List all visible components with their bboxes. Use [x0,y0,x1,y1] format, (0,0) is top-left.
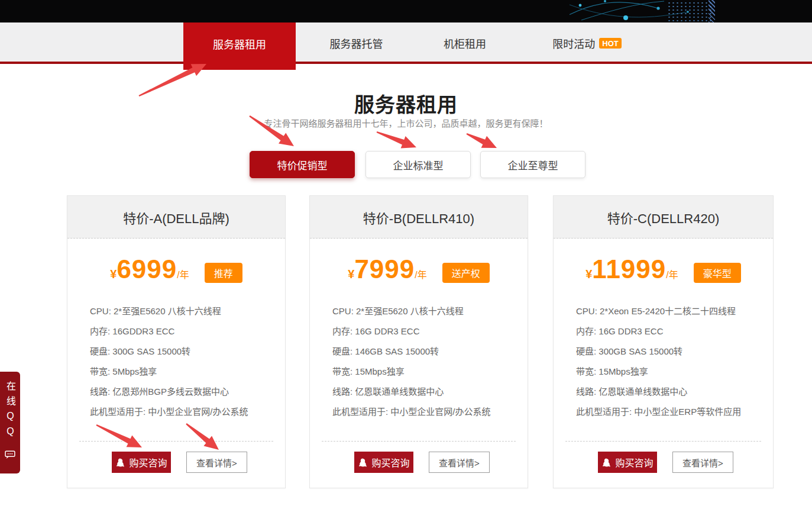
page-subtitle: 专注骨干网络服务器租用十七年，上市公司，品质卓越，服务更有保障！ [0,117,812,129]
card-title: 特价-C(DELLR420) [554,196,773,239]
price-badge: 推荐 [205,263,242,283]
price-row: ¥ 6999 /年 推荐 [67,256,285,289]
spec-cpu: CPU: 2*Xeon E5-2420十二核二十四线程 [576,301,764,321]
pricing-card: 特价-C(DELLR420) ¥ 11999 /年 豪华型 CPU: 2*Xeo… [553,195,774,488]
view-details-button[interactable]: 查看详情> [429,452,490,473]
tab-limited-time-events[interactable]: 限时活动 HOT [535,22,639,64]
spec-list: CPU: 2*至强E5620 八核十六线程 内存: 16G DDR3 ECC 硬… [332,301,518,422]
buy-consult-button[interactable]: 购买咨询 [112,452,171,473]
spec-list: CPU: 2*Xeon E5-2420十二核二十四线程 内存: 16G DDR3… [576,301,764,422]
online-qq-label: 在线QQ [5,381,15,442]
tab-label: 机柜租用 [444,36,486,51]
qq-penguin-icon [115,458,125,468]
buy-button-label: 购买咨询 [129,455,167,469]
divider [565,441,761,442]
spec-usage: 此机型适用于: 中小型企业官网/办公系统 [90,402,276,422]
spec-disk: 硬盘: 146GB SAS 15000转 [332,342,518,362]
hatch-stripe [709,0,715,22]
price-unit: /年 [415,267,426,281]
price-unit: /年 [666,267,678,281]
spec-bandwidth: 带宽: 15Mbps独享 [332,362,518,382]
spec-disk: 硬盘: 300G SAS 15000转 [90,342,276,362]
top-banner [0,0,812,22]
page: 服务器租用 服务器托管 机柜租用 限时活动 HOT 服务器租用 专注骨干网络服务… [0,0,812,509]
qq-penguin-icon [601,458,612,468]
spec-disk: 硬盘: 300GB SAS 15000转 [576,342,764,362]
chat-bubble-icon [4,449,16,460]
spec-list: CPU: 2*至强E5620 八核十六线程 内存: 16GDDR3 ECC 硬盘… [90,301,276,422]
buy-consult-button[interactable]: 购买咨询 [598,452,657,473]
spec-memory: 内存: 16G DDR3 ECC [332,321,518,342]
view-details-button[interactable]: 查看详情> [186,452,247,473]
divider [79,441,273,442]
spec-cpu: CPU: 2*至强E5620 八核十六线程 [332,301,518,321]
dot-pattern [667,1,713,21]
main-nav: 服务器租用 服务器托管 机柜租用 限时活动 HOT [0,22,812,64]
tab-cabinet-rental[interactable]: 机柜租用 [429,22,500,64]
spec-cpu: CPU: 2*至强E5620 八核十六线程 [90,301,276,321]
tab-label: 服务器托管 [330,36,383,51]
price-amount: 7999 [354,256,415,282]
price-amount: 6999 [117,256,177,282]
tab-server-hosting[interactable]: 服务器托管 [319,22,393,64]
pricing-card: 特价-A(DELL品牌) ¥ 6999 /年 推荐 CPU: 2*至强E5620… [67,195,286,488]
spec-usage: 此机型适用于: 中小型企业ERP等软件应用 [576,402,764,422]
spec-bandwidth: 带宽: 5Mbps独享 [90,362,276,382]
filter-special-promo[interactable]: 特价促销型 [250,151,355,178]
card-title: 特价-A(DELL品牌) [67,196,285,239]
price-currency: ¥ [348,268,354,281]
spec-line-route: 线路: 亿恩郑州BGP多线云数据中心 [90,382,276,402]
price-unit: /年 [177,267,189,281]
price-amount: 11999 [592,256,666,282]
price-row: ¥ 7999 /年 送产权 [310,256,528,289]
filter-enterprise-standard[interactable]: 企业标准型 [365,151,471,178]
page-title: 服务器租用 [0,89,812,118]
tab-label: 限时活动 [552,36,595,51]
tab-server-rental[interactable]: 服务器租用 [183,22,296,70]
buy-consult-button[interactable]: 购买咨询 [354,452,413,473]
filter-enterprise-premium[interactable]: 企业至尊型 [480,151,585,178]
pricing-card: 特价-B(DELLR410) ¥ 7999 /年 送产权 CPU: 2*至强E5… [309,195,528,488]
buy-button-label: 购买咨询 [371,455,409,469]
tab-label: 服务器租用 [213,36,266,51]
price-row: ¥ 11999 /年 豪华型 [554,256,773,289]
buy-button-label: 购买咨询 [615,455,653,469]
online-qq-widget[interactable]: 在线QQ [0,372,20,473]
price-currency: ¥ [585,268,592,281]
price-currency: ¥ [110,268,117,281]
divider [322,441,516,442]
card-title: 特价-B(DELLR410) [310,196,528,239]
spec-line-route: 线路: 亿恩联通单线数据中心 [332,382,518,402]
view-details-button[interactable]: 查看详情> [672,452,733,473]
spec-memory: 内存: 16G DDR3 ECC [576,321,764,342]
spec-line-route: 线路: 亿恩联通单线数据中心 [576,382,764,402]
spec-memory: 内存: 16GDDR3 ECC [90,321,276,342]
spec-usage: 此机型适用于: 中小型企业官网/办公系统 [332,402,518,422]
qq-penguin-icon [358,458,368,468]
price-badge: 送产权 [442,263,490,283]
price-badge: 豪华型 [694,263,741,283]
spec-bandwidth: 带宽: 15Mbps独享 [576,362,764,382]
hot-badge: HOT [599,38,621,49]
